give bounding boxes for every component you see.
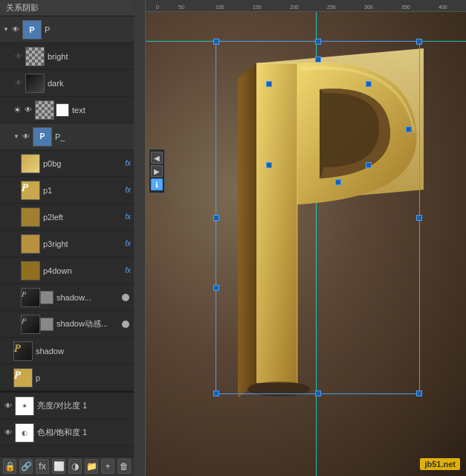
visibility-eye[interactable]: 👁	[13, 51, 24, 62]
layer-p1[interactable]: 𝑃 p1 fx	[0, 177, 134, 204]
svg-marker-0	[238, 63, 256, 398]
mask-button[interactable]: ⬜	[52, 459, 65, 474]
visibility-eye[interactable]: 👁	[3, 401, 13, 411]
layer-p2left[interactable]: p2left fx	[0, 204, 134, 231]
panel-title: 关系阴影	[6, 2, 39, 13]
layer-shadow[interactable]: 𝑃 shadow	[0, 338, 134, 364]
delete-button[interactable]: 🗑	[117, 459, 131, 474]
letter-p-3d	[216, 41, 466, 428]
info-panel: ◀ ▶ ℹ	[149, 149, 165, 193]
layer-name: p	[36, 373, 131, 382]
layer-name: P_	[55, 132, 131, 141]
layer-name: bright	[48, 52, 131, 61]
layer-name: 色相/饱和度 1	[37, 427, 131, 438]
group-button[interactable]: 📁	[85, 459, 98, 474]
layer-shadow-move[interactable]: 𝑃 shadow动感...	[0, 311, 134, 338]
layer-thumbnail	[25, 74, 45, 93]
ruler-top: 0 50 100 150 200 250 300 350 400	[134, 0, 466, 12]
visibility-eye[interactable]: 👁	[10, 25, 21, 35]
layer-name: p3right	[43, 239, 123, 248]
layer-dark[interactable]: 👁 dark	[0, 70, 134, 97]
svg-point-3	[247, 382, 310, 396]
layer-name: p2left	[43, 213, 123, 222]
layer-name: p4down	[43, 266, 123, 275]
layer-p0bg[interactable]: p0bg fx	[0, 150, 134, 177]
visibility-eye[interactable]: 👁	[13, 78, 24, 89]
mask-thumbnail	[40, 318, 54, 331]
layer-p4down[interactable]: p4down fx	[0, 257, 134, 284]
watermark: jb51.net	[420, 458, 460, 470]
layer-bright[interactable]: 👁 bright	[0, 43, 134, 70]
layer-brightness[interactable]: 👁 ☀ 亮度/对比度 1	[0, 393, 134, 419]
mask-thumbnail	[40, 291, 54, 304]
collapse-triangle: ▼	[3, 26, 9, 33]
dot-indicator	[122, 294, 129, 301]
layer-p3right[interactable]: p3right fx	[0, 231, 134, 257]
panel-bottom-controls: 🔒 🔗 fx ⬜ ◑ 📁 + 🗑	[0, 456, 134, 476]
layer-thumbnail: 𝑃	[21, 288, 40, 307]
layer-thumbnail	[35, 100, 54, 120]
layer-thumbnail: 𝑃	[13, 341, 33, 361]
layer-shadow-dot[interactable]: 𝑃 shadow...	[0, 284, 134, 311]
collapse-left-button[interactable]: ◀	[151, 152, 163, 164]
layer-name: text	[72, 106, 131, 115]
fx-badge: fx	[125, 159, 131, 167]
collapse-right-button[interactable]: ▶	[151, 165, 163, 177]
layer-p-group[interactable]: ▼ 👁 P P	[0, 16, 134, 43]
layer-thumbnail: P	[33, 127, 52, 147]
layer-list[interactable]: ▼ 👁 P P 👁 bright 👁 dark ☀ 👁 text ▼	[0, 16, 134, 456]
panel-header: 关系阴影	[0, 0, 134, 16]
layer-name: 亮度/对比度 1	[37, 400, 131, 411]
layer-hue-saturation[interactable]: 👁 ◐ 色相/饱和度 1	[0, 419, 134, 446]
visibility-eye[interactable]: 👁	[23, 105, 33, 115]
fx-badge: fx	[125, 239, 131, 248]
visibility-eye[interactable]: 👁	[3, 428, 13, 438]
layer-text[interactable]: ☀ 👁 text	[0, 97, 134, 123]
ruler-left	[134, 0, 146, 476]
link-button[interactable]: 🔗	[19, 459, 33, 474]
canvas-area: 0 50 100 150 200 250 300 350 400 ◀ ▶ ℹ	[134, 0, 466, 476]
layer-thumbnail	[21, 208, 40, 227]
fx-badge: fx	[125, 213, 131, 221]
layer-name: p1	[43, 186, 123, 195]
layer-thumbnail	[25, 47, 45, 66]
lock-button[interactable]: 🔒	[3, 459, 16, 474]
layer-thumbnail: P	[22, 20, 42, 39]
layer-thumbnail	[21, 154, 40, 173]
layer-thumbnail	[21, 261, 40, 280]
style-button[interactable]: fx	[36, 459, 49, 474]
visibility-eye[interactable]: 👁	[21, 132, 31, 142]
collapse-triangle: ▼	[13, 133, 19, 140]
layer-name: P	[45, 25, 131, 34]
layer-thumbnail: 𝑃	[21, 181, 40, 200]
sun-icon: ☀	[13, 105, 22, 115]
layer-thumbnail	[21, 234, 40, 254]
adjustment-button[interactable]: ◑	[68, 459, 82, 474]
layer-name: p0bg	[43, 159, 123, 168]
layer-thumbnail: 𝑃	[21, 315, 40, 334]
layer-p-plain[interactable]: 𝑃 p	[0, 364, 134, 391]
dot-indicator	[122, 321, 129, 328]
new-layer-button[interactable]: +	[101, 459, 114, 474]
layer-name: dark	[48, 79, 131, 88]
mask-thumbnail	[56, 103, 69, 117]
layer-name: shadow...	[56, 293, 122, 302]
fx-badge: fx	[125, 186, 131, 194]
layer-p-subgroup[interactable]: ▼ 👁 P P_	[0, 123, 134, 150]
layer-name: shadow动感...	[56, 318, 122, 329]
layer-thumbnail: ☀	[15, 396, 34, 416]
layers-panel: 关系阴影 ▼ 👁 P P 👁 bright 👁 dark ☀ 👁	[0, 0, 134, 476]
layer-thumbnail: 𝑃	[13, 368, 33, 387]
info-button[interactable]: ℹ	[151, 178, 163, 190]
fx-badge: fx	[125, 266, 131, 274]
layer-thumbnail: ◐	[15, 423, 34, 443]
layer-name: shadow	[36, 347, 131, 356]
svg-rect-2	[256, 63, 297, 383]
